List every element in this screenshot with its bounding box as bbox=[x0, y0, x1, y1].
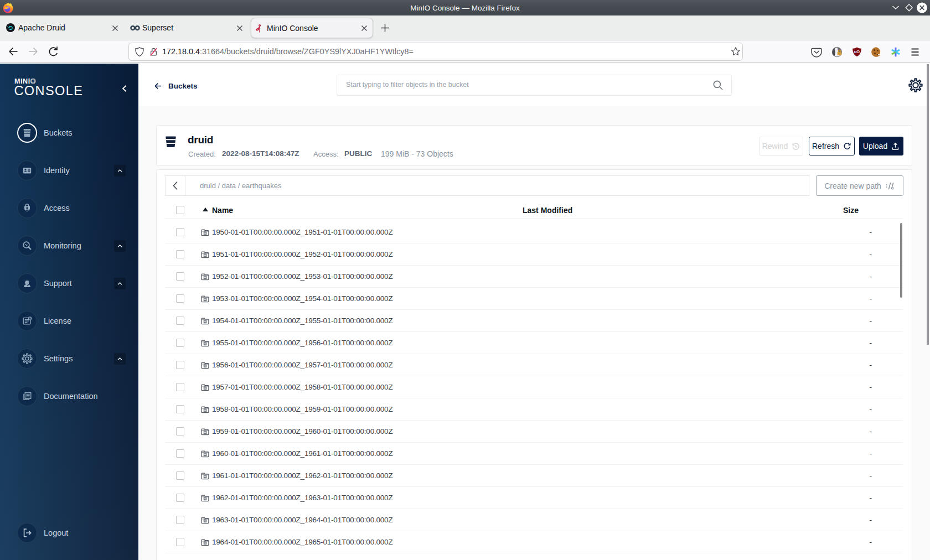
svg-text:uO: uO bbox=[854, 49, 860, 54]
